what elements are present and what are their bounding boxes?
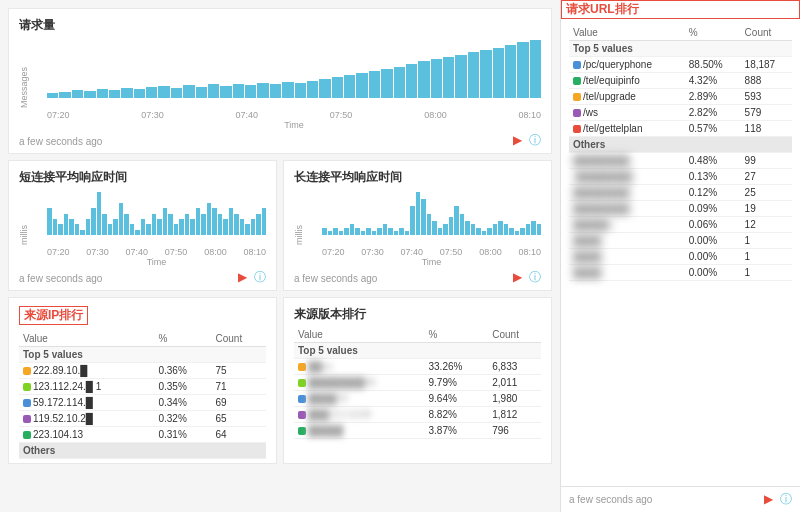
bar [152,214,157,236]
short-play-button[interactable]: ▶ [238,270,247,284]
bar [307,81,318,98]
bar [487,228,492,235]
source-version-title: 来源版本排行 [294,306,541,323]
bar [69,219,74,235]
bar [146,224,151,235]
url-others-cell: ████████ [569,153,685,169]
url-play-button[interactable]: ▶ [764,492,773,506]
pct-cell: 0.31% [154,427,211,443]
bar [421,199,426,235]
bar [262,208,267,235]
table-row: ████0.00%1 [569,233,792,249]
bar [369,71,380,98]
short-x-axis: 07:2007:3007:4007:5008:0008:10 [47,247,266,257]
bar [97,192,102,235]
long-info-button[interactable]: ⓘ [529,270,541,284]
url-others-pct: 0.48% [685,153,741,169]
bar [234,214,239,236]
bar [75,224,80,235]
bar [427,214,432,236]
bar [72,90,83,98]
short-info-button[interactable]: ⓘ [254,270,266,284]
bar [91,208,96,235]
ip-cell: 123.112.24.█ 1 [19,379,154,395]
main-x-label: Time [47,120,541,130]
x-tick: 07:40 [401,247,424,257]
url-count-cell: 18,187 [741,57,792,73]
bar [498,221,503,235]
bar [146,87,157,98]
bar [64,214,69,236]
url-others-cell: ████ [569,249,685,265]
info-button[interactable]: ⓘ [529,133,541,147]
long-controls: ▶ ⓘ [513,269,541,286]
source-version-panel: 来源版本排行 Value % Count Top 5 values██es33.… [283,297,552,464]
url-timestamp-row: a few seconds ago ▶ ⓘ [561,486,800,512]
bar [220,86,231,98]
x-tick: 07:40 [236,110,259,120]
bar [163,208,168,235]
bar [356,73,367,98]
ip-cell: 119.52.10.2█ [19,411,154,427]
bar [240,219,245,235]
bar [158,86,169,98]
table-row: 59.172.114.█0.34%69 [19,395,266,411]
url-others-pct: 0.12% [685,185,741,201]
url-info-button[interactable]: ⓘ [780,492,792,506]
url-others-cell: /████████ [569,169,685,185]
url-pct-cell: 88.50% [685,57,741,73]
source-ip-title: 来源IP排行 [19,306,88,325]
ip-col-count: Count [212,331,266,347]
table-row: /ws2.82%579 [569,105,792,121]
x-tick: 07:50 [165,247,188,257]
table-row: ██es33.26%6,833 [294,359,541,375]
long-conn-panel: 长连接平均响应时间 millis 07:2007:3007:4007:5008:… [283,160,552,291]
long-timestamp-row: a few seconds ago ▶ ⓘ [294,269,541,286]
url-others-count: 12 [741,217,792,233]
bar [394,231,399,235]
url-others-count: 27 [741,169,792,185]
play-button[interactable]: ▶ [513,133,522,147]
bar [47,208,52,235]
request-chart-title: 请求量 [19,17,541,34]
bar [47,93,58,98]
short-controls: ▶ ⓘ [238,269,266,286]
bar [480,50,491,98]
ip-cell: 59.172.114.█ [19,395,154,411]
request-chart-area: Messages [19,38,541,108]
bar [119,203,124,235]
x-tick: 08:00 [424,110,447,120]
bar [251,219,256,235]
bar [179,219,184,235]
x-tick: 07:30 [86,247,109,257]
bar [399,228,404,235]
bar [509,228,514,235]
table-row: /tel/gettelplan0.57%118 [569,121,792,137]
bar [515,231,520,235]
y-axis-label: Messages [19,38,29,108]
url-pct-cell: 2.89% [685,89,741,105]
long-play-button[interactable]: ▶ [513,270,522,284]
long-x-label: Time [322,257,541,267]
bar [361,231,366,235]
bar [282,82,293,98]
ver-pct-cell: 8.82% [424,407,488,423]
section-header-row: Top 5 values [569,41,792,57]
bar [355,228,360,235]
ip-col-value: Value [19,331,154,347]
long-conn-title: 长连接平均响应时间 [294,169,541,186]
bar [58,224,63,235]
ver-pct-cell: 3.87% [424,423,488,439]
bar [183,85,194,98]
bar [256,214,261,236]
url-others-pct: 0.13% [685,169,741,185]
bar [517,42,528,98]
count-cell: 75 [212,363,266,379]
bar [476,228,481,235]
bar [432,221,437,235]
bottom-row: 来源IP排行 Value % Count Top 5 values222.89.… [8,297,552,464]
bar [171,88,182,98]
ver-col-pct: % [424,327,488,343]
source-ip-panel: 来源IP排行 Value % Count Top 5 values222.89.… [8,297,277,464]
bar [109,90,120,98]
